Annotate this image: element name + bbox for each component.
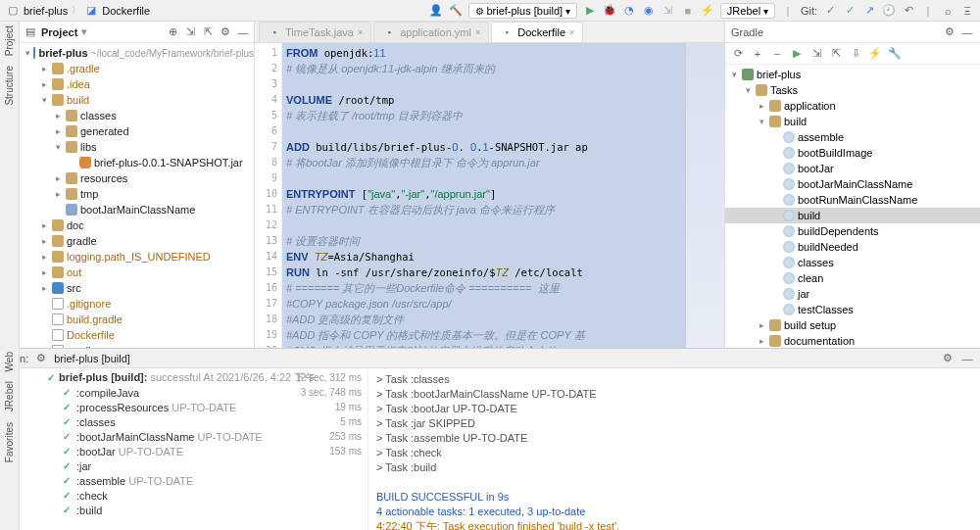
- run-task-icon[interactable]: ▶: [790, 47, 804, 61]
- run-config-select[interactable]: ⚙ brief-plus [build] ▾: [468, 3, 577, 19]
- stop-button[interactable]: ■: [681, 4, 695, 18]
- run-tree-node[interactable]: ✓:bootJarMainClassName UP-TO-DATE253 ms: [16, 429, 368, 444]
- collapse-all-icon[interactable]: ⇱: [201, 25, 215, 39]
- build-icon[interactable]: 🔨: [449, 4, 463, 18]
- gradle-node[interactable]: bootJar: [725, 161, 980, 176]
- coverage-button[interactable]: ◔: [622, 4, 636, 18]
- dropdown-icon[interactable]: ▾: [81, 25, 87, 38]
- remove-icon[interactable]: −: [770, 47, 784, 61]
- tree-node[interactable]: .gitignore: [20, 296, 254, 312]
- gradle-node[interactable]: ▾build: [725, 114, 980, 129]
- tree-node[interactable]: ▾libs: [20, 139, 254, 155]
- refresh-icon[interactable]: ⟳: [731, 47, 745, 61]
- editor-tab[interactable]: ▪Dockerfile×: [491, 22, 583, 42]
- tree-node[interactable]: ▸classes: [20, 108, 254, 123]
- tree-node[interactable]: ▸generated: [20, 123, 254, 139]
- close-icon[interactable]: ×: [569, 27, 574, 37]
- git-commit-icon[interactable]: ✓: [843, 4, 857, 18]
- run-tree-node[interactable]: ✓:bootJar UP-TO-DATE153 ms: [16, 444, 368, 458]
- gradle-node[interactable]: ▾brief-plus: [725, 67, 980, 82]
- gradle-node[interactable]: assemble: [725, 129, 980, 145]
- tree-node[interactable]: ▾build: [20, 92, 254, 108]
- gradle-node[interactable]: classes: [725, 255, 980, 270]
- git-history-icon[interactable]: 🕘: [882, 4, 896, 18]
- profile-button[interactable]: ◉: [642, 4, 656, 18]
- collapse-icon[interactable]: ⇱: [829, 47, 843, 61]
- expand-all-icon[interactable]: ⇲: [183, 25, 197, 39]
- tree-node[interactable]: ▸gradle: [20, 233, 254, 249]
- run-tree-node[interactable]: ✓:jar: [16, 458, 368, 473]
- gradle-node[interactable]: build: [725, 208, 980, 223]
- jrebel-select[interactable]: JRebel ▾: [720, 3, 775, 19]
- user-icon[interactable]: 👤: [429, 4, 443, 18]
- project-tree[interactable]: ▾brief-plus ~/local_code/MyFramework/bri…: [20, 43, 254, 348]
- run-button[interactable]: ▶: [583, 4, 597, 18]
- hide-icon[interactable]: —: [960, 25, 974, 39]
- run-config-name[interactable]: brief-plus [build]: [54, 353, 130, 364]
- gradle-node[interactable]: ▾Tasks: [725, 82, 980, 98]
- code-area[interactable]: FROM openjdk:11 # 镜像是从 openjdk:11-jdk-al…: [282, 43, 685, 348]
- select-open-file-icon[interactable]: ⊕: [166, 25, 179, 39]
- add-icon[interactable]: +: [751, 47, 764, 61]
- gradle-node[interactable]: buildNeeded: [725, 239, 980, 255]
- crumb-file[interactable]: Dockerfile: [102, 5, 150, 17]
- gradle-node[interactable]: bootRunMainClassName: [725, 192, 980, 208]
- crumb-root[interactable]: brief-plus: [24, 5, 68, 17]
- gradle-node[interactable]: bootBuildImage: [725, 145, 980, 161]
- offline-icon[interactable]: ⚡: [868, 47, 882, 61]
- run-tree-node[interactable]: ✓brief-plus [build]: successful At 2021/…: [16, 370, 368, 385]
- tree-node[interactable]: ▸out: [20, 265, 254, 280]
- minimap[interactable]: [685, 43, 724, 348]
- tool-structure-tab[interactable]: Structure: [4, 66, 15, 106]
- jrebel-run-icon[interactable]: ⚡: [701, 4, 714, 18]
- search-icon[interactable]: ⌕: [941, 4, 955, 18]
- expand-icon[interactable]: ⇲: [809, 47, 823, 61]
- run-console[interactable]: > Task :classes > Task :bootJarMainClass…: [368, 368, 980, 530]
- tree-node[interactable]: gradlew: [20, 343, 254, 348]
- wrench-icon[interactable]: 🔧: [888, 47, 902, 61]
- run-tree-node[interactable]: ✓:compileJava3 sec, 748 ms: [16, 385, 368, 400]
- run-tree-node[interactable]: ✓:build: [16, 503, 368, 517]
- gradle-tree[interactable]: ▾brief-plus▾Tasks▸application▾buildassem…: [725, 65, 980, 348]
- tree-node[interactable]: ▸resources: [20, 170, 254, 186]
- gear-icon[interactable]: ⚙: [943, 25, 956, 39]
- run-tree-node[interactable]: ✓:processResources UP-TO-DATE19 ms: [16, 400, 368, 414]
- git-push-icon[interactable]: ↗: [862, 4, 876, 18]
- run-tree[interactable]: ✓brief-plus [build]: successful At 2021/…: [16, 368, 368, 530]
- download-icon[interactable]: ⇩: [849, 47, 862, 61]
- gradle-node[interactable]: buildDependents: [725, 223, 980, 239]
- ide-settings-icon[interactable]: Ξ: [960, 4, 974, 18]
- tree-node[interactable]: Dockerfile: [20, 327, 254, 343]
- debug-button[interactable]: 🐞: [603, 4, 616, 18]
- tree-node[interactable]: ▸logging.path_IS_UNDEFINED: [20, 249, 254, 265]
- gear-icon[interactable]: ⚙: [219, 25, 232, 39]
- project-root-node[interactable]: ▾brief-plus ~/local_code/MyFramework/bri…: [20, 45, 254, 61]
- run-tree-node[interactable]: ✓:check: [16, 488, 368, 503]
- tree-node[interactable]: ▸src: [20, 280, 254, 296]
- gradle-node[interactable]: ▸documentation: [725, 333, 980, 348]
- editor-tab[interactable]: ▪application.yml×: [373, 22, 489, 42]
- tree-node[interactable]: brief-plus-0.0.1-SNAPSHOT.jar: [20, 155, 254, 170]
- close-icon[interactable]: ×: [358, 27, 363, 37]
- tree-node[interactable]: ▸.idea: [20, 76, 254, 92]
- tool-favorites-tab[interactable]: Favorites: [4, 422, 15, 462]
- tree-node[interactable]: ▸doc: [20, 217, 254, 233]
- gradle-node[interactable]: clean: [725, 270, 980, 286]
- tool-web-tab[interactable]: Web: [4, 352, 15, 371]
- tree-node[interactable]: ▸tmp: [20, 186, 254, 202]
- tree-node[interactable]: build.gradle: [20, 312, 254, 327]
- gradle-node[interactable]: jar: [725, 286, 980, 302]
- gradle-node[interactable]: ▸build setup: [725, 317, 980, 333]
- tool-project-tab[interactable]: Project: [4, 25, 15, 56]
- gear-icon[interactable]: ⚙: [941, 352, 955, 365]
- attach-button[interactable]: ⇲: [662, 4, 675, 18]
- gradle-node[interactable]: testClasses: [725, 302, 980, 317]
- editor-tab[interactable]: ▪TimeTask.java×: [259, 22, 371, 42]
- gradle-node[interactable]: bootJarMainClassName: [725, 176, 980, 192]
- tree-node[interactable]: bootJarMainClassName: [20, 202, 254, 217]
- tool-jrebel-tab[interactable]: JRebel: [4, 381, 15, 411]
- tree-node[interactable]: ▸.gradle: [20, 61, 254, 76]
- git-revert-icon[interactable]: ↶: [902, 4, 915, 18]
- gradle-node[interactable]: ▸application: [725, 98, 980, 114]
- git-update-icon[interactable]: ✓: [823, 4, 837, 18]
